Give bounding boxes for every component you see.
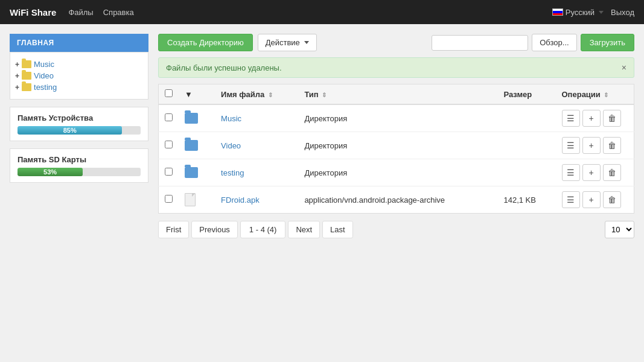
row-icon-cell xyxy=(179,186,215,214)
device-memory-section: Память Устройства 85% xyxy=(10,107,148,141)
list-action-btn-1[interactable]: ☰ xyxy=(562,137,580,154)
th-size-label: Размер xyxy=(503,90,532,99)
row-checkbox-cell xyxy=(159,104,179,132)
type-sort-icon: ⇕ xyxy=(322,92,327,98)
row-icon-cell xyxy=(179,104,215,132)
th-checkbox xyxy=(159,84,179,105)
topnav-right: Русский Выход xyxy=(552,8,634,17)
list-action-btn-3[interactable]: ☰ xyxy=(562,191,580,208)
sd-memory-bar: 53% xyxy=(18,168,141,176)
delete-action-btn-3[interactable]: 🗑 xyxy=(603,191,621,208)
row-ops-cell: ☰ + 🗑 xyxy=(556,104,634,132)
action-buttons: ☰ + 🗑 xyxy=(562,110,628,127)
success-alert: Файлы были успешно удалены. × xyxy=(158,57,634,78)
row-type-cell: Директория xyxy=(298,159,497,186)
nav-files[interactable]: Файлы xyxy=(68,8,93,17)
add-action-btn-2[interactable]: + xyxy=(582,164,601,181)
row-checkbox-cell xyxy=(159,159,179,186)
sidebar-tree: + Music + Video + testing xyxy=(10,52,148,100)
sidebar: ГЛАВНАЯ + Music + Video + testing Память… xyxy=(10,34,148,328)
th-size: Размер xyxy=(497,84,555,105)
select-all-checkbox[interactable] xyxy=(165,89,173,97)
sd-memory-section: Память SD Карты 53% xyxy=(10,148,148,183)
row-size-cell xyxy=(497,159,555,186)
table-row: FDroid.apk application/vnd.android.packa… xyxy=(159,186,634,214)
main-layout: ГЛАВНАЯ + Music + Video + testing Память… xyxy=(0,24,644,338)
footer: Copyright 2001 - 2012 · Sergey Kuzminski… xyxy=(0,350,644,362)
sidebar-tree-item-music[interactable]: + Music xyxy=(15,60,143,69)
file-input[interactable] xyxy=(432,35,528,51)
th-ops-label: Операции xyxy=(562,90,601,99)
sidebar-tree-item-video[interactable]: + Video xyxy=(15,71,143,80)
sidebar-video-label: Video xyxy=(34,71,54,80)
sidebar-tree-item-testing[interactable]: + testing xyxy=(15,83,143,92)
delete-action-btn-1[interactable]: 🗑 xyxy=(603,137,621,154)
add-action-btn-0[interactable]: + xyxy=(582,110,601,127)
row-checkbox-1[interactable] xyxy=(165,141,173,148)
file-link-0[interactable]: Music xyxy=(221,114,241,123)
action-label: Действие xyxy=(266,38,300,47)
row-size-cell: 142,1 KB xyxy=(497,186,555,214)
sd-memory-title: Память SD Карты xyxy=(18,155,141,164)
row-name-cell: Video xyxy=(215,132,298,159)
add-action-btn-3[interactable]: + xyxy=(582,191,601,208)
row-icon-cell xyxy=(179,159,215,186)
add-action-btn-1[interactable]: + xyxy=(582,137,601,154)
row-type-cell: application/vnd.android.package-archive xyxy=(298,186,497,214)
table-row: Video Директория ☰ + 🗑 xyxy=(159,132,634,159)
sidebar-music-label: Music xyxy=(34,60,54,69)
th-filename[interactable]: Имя файла ⇕ xyxy=(215,84,298,105)
lang-switcher[interactable]: Русский xyxy=(552,8,604,17)
dir-icon xyxy=(185,113,198,124)
lang-label: Русский xyxy=(566,8,595,17)
folder-icon-testing xyxy=(22,83,31,91)
nav-help[interactable]: Справка xyxy=(103,8,134,17)
ops-sort-icon: ⇕ xyxy=(604,92,608,98)
create-dir-button[interactable]: Создать Директорию xyxy=(158,34,253,51)
row-checkbox-0[interactable] xyxy=(165,113,173,121)
action-caret-icon xyxy=(304,41,309,44)
file-link-1[interactable]: Video xyxy=(221,141,241,150)
last-button[interactable]: Last xyxy=(322,221,353,238)
tree-plus-icon-video: + xyxy=(15,72,19,80)
logout-button[interactable]: Выход xyxy=(611,8,634,17)
toolbar: Создать Директорию Действие Обзор... Заг… xyxy=(158,34,634,51)
file-link-3[interactable]: FDroid.apk xyxy=(221,195,260,205)
th-type[interactable]: Тип ⇕ xyxy=(298,84,497,105)
sd-memory-fill: 53% xyxy=(18,168,83,176)
th-sort-icon: ▼ xyxy=(179,84,215,105)
previous-button[interactable]: Previous xyxy=(191,221,238,238)
th-filename-label: Имя файла xyxy=(221,90,264,99)
action-buttons: ☰ + 🗑 xyxy=(562,191,628,208)
per-page-select[interactable]: 10 25 50 xyxy=(605,221,634,238)
sort-down-icon: ▼ xyxy=(185,90,193,99)
row-size-cell xyxy=(497,104,555,132)
row-ops-cell: ☰ + 🗑 xyxy=(556,159,634,186)
tree-plus-icon-testing: + xyxy=(15,83,19,92)
browse-button[interactable]: Обзор... xyxy=(532,34,576,51)
row-name-cell: testing xyxy=(215,159,298,186)
dir-icon xyxy=(185,140,198,151)
tree-plus-icon: + xyxy=(15,60,19,69)
row-checkbox-cell xyxy=(159,132,179,159)
upload-button[interactable]: Загрузить xyxy=(581,34,634,51)
device-memory-title: Память Устройства xyxy=(18,113,141,122)
delete-action-btn-0[interactable]: 🗑 xyxy=(603,110,621,127)
pagination-info: 1 - 4 (4) xyxy=(240,221,286,238)
row-checkbox-3[interactable] xyxy=(165,195,173,203)
list-action-btn-0[interactable]: ☰ xyxy=(562,110,580,127)
sidebar-main-button[interactable]: ГЛАВНАЯ xyxy=(10,34,148,52)
pagination-right: 10 25 50 xyxy=(605,221,634,238)
alert-close-button[interactable]: × xyxy=(622,63,626,72)
action-button[interactable]: Действие xyxy=(258,34,317,51)
file-link-2[interactable]: testing xyxy=(221,168,244,177)
delete-action-btn-2[interactable]: 🗑 xyxy=(603,164,621,181)
brand-title: WiFi Share xyxy=(10,7,56,17)
alert-message: Файлы были успешно удалены. xyxy=(166,63,282,72)
first-button[interactable]: Frist xyxy=(158,221,189,238)
list-action-btn-2[interactable]: ☰ xyxy=(562,164,580,181)
next-button[interactable]: Next xyxy=(288,221,320,238)
row-checkbox-2[interactable] xyxy=(165,168,173,176)
row-checkbox-cell xyxy=(159,186,179,214)
file-table: ▼ Имя файла ⇕ Тип ⇕ Размер Операции xyxy=(158,84,634,214)
